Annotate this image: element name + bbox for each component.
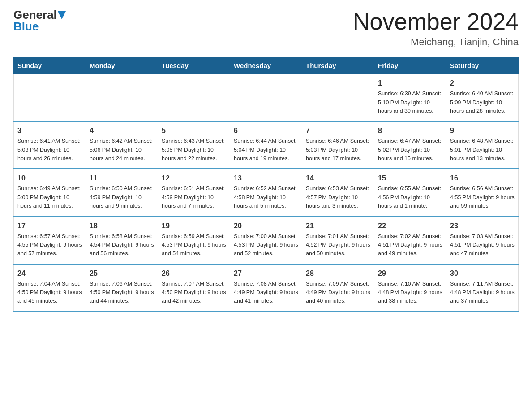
weekday-header-saturday: Saturday	[446, 57, 519, 74]
day-info: Sunrise: 6:40 AM Sunset: 5:09 PM Dayligh…	[450, 90, 515, 116]
day-number: 2	[450, 78, 515, 89]
calendar-week-row: 1Sunrise: 6:39 AM Sunset: 5:10 PM Daylig…	[14, 74, 519, 122]
day-info: Sunrise: 6:43 AM Sunset: 5:05 PM Dayligh…	[162, 137, 226, 163]
day-info: Sunrise: 7:07 AM Sunset: 4:50 PM Dayligh…	[162, 280, 226, 306]
logo: General Blue	[13, 9, 66, 32]
logo-triangle-icon	[58, 11, 66, 19]
day-number: 7	[306, 125, 370, 136]
weekday-header-row: SundayMondayTuesdayWednesdayThursdayFrid…	[14, 57, 519, 74]
day-info: Sunrise: 7:10 AM Sunset: 4:48 PM Dayligh…	[378, 280, 442, 306]
day-info: Sunrise: 6:44 AM Sunset: 5:04 PM Dayligh…	[234, 137, 298, 163]
day-info: Sunrise: 6:59 AM Sunset: 4:53 PM Dayligh…	[162, 232, 226, 258]
day-info: Sunrise: 6:49 AM Sunset: 5:00 PM Dayligh…	[17, 184, 82, 210]
location-subtitle: Meichang, Tianjin, China	[353, 36, 519, 48]
day-number: 15	[378, 173, 442, 184]
day-number: 16	[450, 173, 515, 184]
day-info: Sunrise: 7:04 AM Sunset: 4:50 PM Dayligh…	[17, 280, 82, 306]
weekday-header-thursday: Thursday	[302, 57, 374, 74]
calendar-cell: 19Sunrise: 6:59 AM Sunset: 4:53 PM Dayli…	[158, 217, 230, 264]
day-number: 19	[162, 221, 226, 231]
calendar-cell: 17Sunrise: 6:57 AM Sunset: 4:55 PM Dayli…	[14, 217, 86, 264]
day-number: 5	[162, 125, 226, 136]
day-number: 10	[17, 173, 82, 184]
day-number: 24	[17, 268, 82, 279]
day-info: Sunrise: 6:42 AM Sunset: 5:06 PM Dayligh…	[90, 137, 154, 163]
calendar-cell: 24Sunrise: 7:04 AM Sunset: 4:50 PM Dayli…	[14, 264, 86, 312]
logo-general-text: General	[13, 9, 57, 21]
day-info: Sunrise: 6:51 AM Sunset: 4:59 PM Dayligh…	[162, 184, 226, 210]
calendar-cell: 6Sunrise: 6:44 AM Sunset: 5:04 PM Daylig…	[230, 121, 302, 169]
day-number: 11	[90, 173, 154, 184]
day-number: 27	[234, 268, 298, 279]
calendar-cell: 12Sunrise: 6:51 AM Sunset: 4:59 PM Dayli…	[158, 169, 230, 216]
day-info: Sunrise: 7:08 AM Sunset: 4:49 PM Dayligh…	[234, 280, 298, 306]
day-info: Sunrise: 7:06 AM Sunset: 4:50 PM Dayligh…	[90, 280, 154, 306]
day-info: Sunrise: 6:50 AM Sunset: 4:59 PM Dayligh…	[90, 184, 154, 210]
calendar-cell	[158, 74, 230, 122]
day-info: Sunrise: 6:48 AM Sunset: 5:01 PM Dayligh…	[450, 137, 515, 163]
calendar-cell: 7Sunrise: 6:46 AM Sunset: 5:03 PM Daylig…	[302, 121, 374, 169]
weekday-header-friday: Friday	[374, 57, 446, 74]
calendar-cell	[230, 74, 302, 122]
calendar-cell	[302, 74, 374, 122]
calendar-cell: 18Sunrise: 6:58 AM Sunset: 4:54 PM Dayli…	[86, 217, 158, 264]
calendar-cell: 27Sunrise: 7:08 AM Sunset: 4:49 PM Dayli…	[230, 264, 302, 312]
day-info: Sunrise: 7:03 AM Sunset: 4:51 PM Dayligh…	[450, 232, 515, 258]
calendar-cell: 16Sunrise: 6:56 AM Sunset: 4:55 PM Dayli…	[446, 169, 519, 216]
calendar-body: 1Sunrise: 6:39 AM Sunset: 5:10 PM Daylig…	[14, 74, 519, 312]
day-number: 13	[234, 173, 298, 184]
day-info: Sunrise: 7:02 AM Sunset: 4:51 PM Dayligh…	[378, 232, 442, 258]
day-info: Sunrise: 6:57 AM Sunset: 4:55 PM Dayligh…	[17, 232, 82, 258]
calendar-table: SundayMondayTuesdayWednesdayThursdayFrid…	[13, 57, 519, 312]
day-number: 23	[450, 221, 515, 231]
calendar-week-row: 24Sunrise: 7:04 AM Sunset: 4:50 PM Dayli…	[14, 264, 519, 312]
calendar-week-row: 17Sunrise: 6:57 AM Sunset: 4:55 PM Dayli…	[14, 217, 519, 264]
calendar-cell: 3Sunrise: 6:41 AM Sunset: 5:08 PM Daylig…	[14, 121, 86, 169]
day-number: 4	[90, 125, 154, 136]
day-number: 25	[90, 268, 154, 279]
day-number: 9	[450, 125, 515, 136]
day-number: 8	[378, 125, 442, 136]
day-number: 22	[378, 221, 442, 231]
calendar-cell: 13Sunrise: 6:52 AM Sunset: 4:58 PM Dayli…	[230, 169, 302, 216]
day-info: Sunrise: 7:09 AM Sunset: 4:49 PM Dayligh…	[306, 280, 370, 306]
calendar-cell: 4Sunrise: 6:42 AM Sunset: 5:06 PM Daylig…	[86, 121, 158, 169]
calendar-cell: 10Sunrise: 6:49 AM Sunset: 5:00 PM Dayli…	[14, 169, 86, 216]
day-info: Sunrise: 6:52 AM Sunset: 4:58 PM Dayligh…	[234, 184, 298, 210]
month-title: November 2024	[353, 9, 519, 34]
calendar-cell: 30Sunrise: 7:11 AM Sunset: 4:48 PM Dayli…	[446, 264, 519, 312]
weekday-header-wednesday: Wednesday	[230, 57, 302, 74]
calendar-cell	[14, 74, 86, 122]
calendar-cell: 1Sunrise: 6:39 AM Sunset: 5:10 PM Daylig…	[374, 74, 446, 122]
calendar-cell: 5Sunrise: 6:43 AM Sunset: 5:05 PM Daylig…	[158, 121, 230, 169]
day-info: Sunrise: 6:47 AM Sunset: 5:02 PM Dayligh…	[378, 137, 442, 163]
page-header: General Blue November 2024 Meichang, Tia…	[13, 9, 519, 48]
calendar-cell: 9Sunrise: 6:48 AM Sunset: 5:01 PM Daylig…	[446, 121, 519, 169]
day-info: Sunrise: 7:01 AM Sunset: 4:52 PM Dayligh…	[306, 232, 370, 258]
day-number: 17	[17, 221, 82, 231]
calendar-week-row: 10Sunrise: 6:49 AM Sunset: 5:00 PM Dayli…	[14, 169, 519, 216]
day-number: 29	[378, 268, 442, 279]
calendar-cell: 11Sunrise: 6:50 AM Sunset: 4:59 PM Dayli…	[86, 169, 158, 216]
day-number: 26	[162, 268, 226, 279]
day-info: Sunrise: 6:39 AM Sunset: 5:10 PM Dayligh…	[378, 90, 442, 116]
day-number: 14	[306, 173, 370, 184]
day-number: 28	[306, 268, 370, 279]
calendar-cell: 29Sunrise: 7:10 AM Sunset: 4:48 PM Dayli…	[374, 264, 446, 312]
day-number: 21	[306, 221, 370, 231]
day-info: Sunrise: 6:58 AM Sunset: 4:54 PM Dayligh…	[90, 232, 154, 258]
svg-marker-0	[58, 11, 66, 19]
day-number: 12	[162, 173, 226, 184]
calendar-cell: 14Sunrise: 6:53 AM Sunset: 4:57 PM Dayli…	[302, 169, 374, 216]
day-number: 1	[378, 78, 442, 89]
calendar-cell: 21Sunrise: 7:01 AM Sunset: 4:52 PM Dayli…	[302, 217, 374, 264]
day-number: 20	[234, 221, 298, 231]
day-info: Sunrise: 6:53 AM Sunset: 4:57 PM Dayligh…	[306, 184, 370, 210]
calendar-cell: 23Sunrise: 7:03 AM Sunset: 4:51 PM Dayli…	[446, 217, 519, 264]
calendar-cell: 20Sunrise: 7:00 AM Sunset: 4:53 PM Dayli…	[230, 217, 302, 264]
day-number: 18	[90, 221, 154, 231]
calendar-cell: 25Sunrise: 7:06 AM Sunset: 4:50 PM Dayli…	[86, 264, 158, 312]
day-info: Sunrise: 7:00 AM Sunset: 4:53 PM Dayligh…	[234, 232, 298, 258]
calendar-cell: 2Sunrise: 6:40 AM Sunset: 5:09 PM Daylig…	[446, 74, 519, 122]
calendar-header: SundayMondayTuesdayWednesdayThursdayFrid…	[14, 57, 519, 74]
